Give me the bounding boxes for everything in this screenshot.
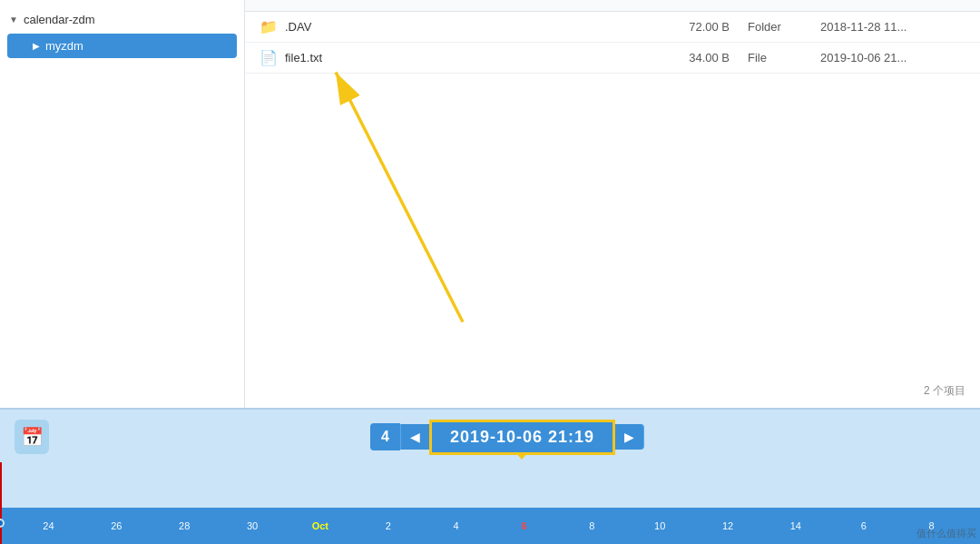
svg-line-1 <box>336 73 463 322</box>
ruler-tick: 10 <box>626 520 694 531</box>
ruler-tick: 6 <box>829 520 897 531</box>
calendar-icon-button[interactable]: 📅 <box>15 420 49 454</box>
timeline-marker <box>0 462 2 544</box>
file-area: 📁 .DAV 72.00 B Folder 2018-11-28 11... 📄… <box>245 0 980 408</box>
child-arrow-icon: ▶ <box>33 41 40 51</box>
ruler-tick: 28 <box>151 520 219 531</box>
expand-arrow-icon: ▼ <box>9 15 18 25</box>
timeline-date-display: 2019-10-06 21:19 <box>429 420 615 455</box>
file-date: 2018-11-28 11... <box>820 20 965 34</box>
ruler-tick: 30 <box>219 520 287 531</box>
callout-tail <box>515 452 528 460</box>
watermark: 值什么值得买 <box>916 527 976 540</box>
sidebar-item-myzdm[interactable]: ▶ myzdm <box>7 34 237 58</box>
timeline-top: 📅 4 ◀ 2019-10-06 21:19 ▶ <box>0 410 980 464</box>
file-icon: 📄 <box>260 49 278 66</box>
sidebar: ▼ calendar-zdm ▶ myzdm <box>0 0 245 408</box>
file-date: 2019-10-06 21... <box>820 51 965 64</box>
file-type: Folder <box>748 20 820 34</box>
file-size: 34.00 B <box>657 51 748 64</box>
timeline-prev-button[interactable]: ◀ <box>400 424 429 450</box>
file-list-header <box>245 0 980 12</box>
timeline-next-button[interactable]: ▶ <box>615 424 644 450</box>
calendar-icon: 📅 <box>21 426 44 448</box>
file-type: File <box>748 51 820 64</box>
ruler-tick: 12 <box>694 520 762 531</box>
ruler-tick: 26 <box>83 520 151 531</box>
timeline-ruler: 24 26 28 30 Oct 2 4 6 8 10 12 14 6 8 <box>0 508 980 544</box>
ruler-tick-oct: Oct <box>286 520 354 531</box>
ruler-tick: 24 <box>15 520 83 531</box>
ruler-tick: 2 <box>354 520 422 531</box>
timeline-date-text: 2019-10-06 21:19 <box>450 428 594 446</box>
ruler-labels: 24 26 28 30 Oct 2 4 6 8 10 12 14 6 8 <box>0 508 980 544</box>
sidebar-child-label: myzdm <box>45 39 83 53</box>
file-name: file1.txt <box>285 51 657 64</box>
folder-icon: 📁 <box>260 18 278 35</box>
table-row[interactable]: 📄 file1.txt 34.00 B File 2019-10-06 21..… <box>245 43 980 74</box>
sidebar-parent-label: calendar-zdm <box>24 13 95 26</box>
ruler-tick: 4 <box>422 520 490 531</box>
item-count: 2 个项目 <box>924 383 965 399</box>
timeline-nav-number[interactable]: 4 <box>370 423 400 450</box>
timeline-controls: 4 ◀ 2019-10-06 21:19 ▶ <box>370 420 644 455</box>
timeline-section: 📅 4 ◀ 2019-10-06 21:19 ▶ 24 26 28 30 Oct… <box>0 408 980 544</box>
ruler-tick: 14 <box>761 520 829 531</box>
ruler-tick: 6 <box>490 520 558 531</box>
file-name: .DAV <box>285 20 657 34</box>
sidebar-item-calendar-zdm[interactable]: ▼ calendar-zdm <box>0 7 244 32</box>
main-container: ▼ calendar-zdm ▶ myzdm 📁 .DAV 72.00 B Fo… <box>0 0 980 408</box>
table-row[interactable]: 📁 .DAV 72.00 B Folder 2018-11-28 11... <box>245 12 980 43</box>
ruler-tick: 8 <box>558 520 626 531</box>
file-size: 72.00 B <box>657 20 748 34</box>
